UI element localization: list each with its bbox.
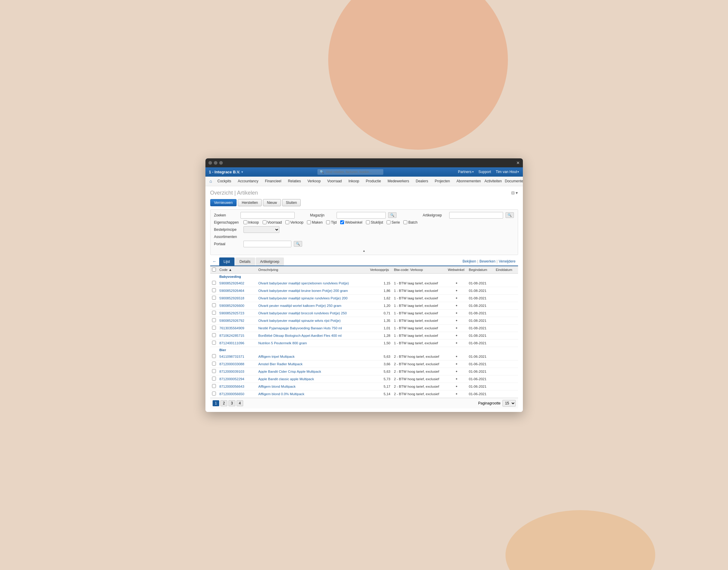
- voorraad-checkbox[interactable]: [263, 220, 266, 224]
- desc-link[interactable]: Olvarit baby/peuter maaltijd sperziebone…: [258, 281, 349, 285]
- desc-link[interactable]: Olvarit baby/peuter maaltijd broccoli ru…: [258, 311, 347, 315]
- page-1-button[interactable]: 1: [213, 400, 220, 406]
- row-checkbox[interactable]: [212, 318, 216, 322]
- webwinkel-checkbox[interactable]: [340, 220, 344, 224]
- code-link[interactable]: 5900852926402: [220, 281, 244, 285]
- desc-link[interactable]: BonBébé Diksap Biologisch Appel Aardbei …: [258, 334, 342, 337]
- desc-link[interactable]: Amstel Bier Radler Multipack: [258, 362, 303, 366]
- navbar-item-abonnementen[interactable]: Abonnementen: [453, 177, 484, 185]
- row-checkbox[interactable]: [212, 391, 216, 395]
- page-4-button[interactable]: 4: [237, 400, 243, 406]
- navbar-item-productie[interactable]: Productie: [363, 177, 384, 185]
- row-checkbox[interactable]: [212, 369, 216, 373]
- row-checkbox[interactable]: [212, 333, 216, 337]
- global-search[interactable]: 🔍: [317, 169, 383, 175]
- desc-link[interactable]: Affligem blond Multipack: [258, 385, 295, 388]
- code-link[interactable]: 8712000052294: [220, 377, 244, 381]
- row-checkbox[interactable]: [212, 326, 216, 330]
- desc-link[interactable]: Nestlé Pyjamapapje Babyvoeding Banaan Hu…: [258, 326, 342, 330]
- tab-lijst[interactable]: Lijst: [219, 257, 234, 266]
- nieuw-button[interactable]: Nieuw: [263, 199, 281, 206]
- tab-artikelgroep[interactable]: Artikelgroep: [256, 257, 284, 266]
- partners-menu[interactable]: Partners ▾: [458, 170, 473, 174]
- code-link[interactable]: 8710624285715: [220, 334, 244, 337]
- code-link[interactable]: 8712000039103: [220, 370, 244, 373]
- code-link[interactable]: 5900852926464: [220, 289, 244, 292]
- checkbox-verkoop[interactable]: Verkoop: [285, 220, 303, 225]
- navbar-item-accountancy[interactable]: Accountancy: [235, 177, 261, 185]
- portaal-input[interactable]: [243, 241, 291, 247]
- close-button[interactable]: ✕: [516, 161, 520, 165]
- portaal-search-button[interactable]: 🔍: [294, 241, 302, 247]
- desc-link[interactable]: Nutrilon 5 Peutermelk 800 gram: [258, 341, 307, 345]
- code-link[interactable]: 7613035564909: [220, 326, 244, 330]
- checkbox-tijd[interactable]: Tijd: [326, 220, 336, 225]
- checkbox-stuklijst[interactable]: Stuklijst: [366, 220, 383, 225]
- checkbox-voorraad[interactable]: Voorraad: [263, 220, 282, 225]
- support-link[interactable]: Support: [479, 170, 491, 174]
- zoeken-input[interactable]: [240, 212, 294, 219]
- sluiten-button[interactable]: Sluiten: [282, 199, 301, 206]
- tab-details[interactable]: Details: [235, 257, 255, 266]
- verkoop-checkbox[interactable]: [285, 220, 289, 224]
- navbar-item-relaties[interactable]: Relaties: [285, 177, 304, 185]
- select-all-checkbox[interactable]: [212, 268, 216, 272]
- desc-link[interactable]: Olvarit baby/peuter maaltijd spinazie wi…: [258, 319, 341, 322]
- checkbox-webwinkel[interactable]: Webwinkel: [340, 220, 362, 225]
- desc-link[interactable]: Olvarit baby/peuter maaltijd bruine bone…: [258, 289, 348, 292]
- tab-back-button[interactable]: ←: [210, 258, 219, 265]
- batch-checkbox[interactable]: [403, 220, 407, 224]
- row-checkbox[interactable]: [212, 281, 216, 285]
- filter-toggle-icon[interactable]: ⊟ ▾: [511, 191, 518, 195]
- maken-checkbox[interactable]: [307, 220, 311, 224]
- desc-link[interactable]: Affligem tripel Multipack: [258, 355, 295, 358]
- page-2-button[interactable]: 2: [220, 400, 227, 406]
- header-code[interactable]: Code ▲: [218, 266, 257, 273]
- page-size-select[interactable]: 15 25 50: [502, 400, 516, 406]
- code-link[interactable]: 8712000033088: [220, 362, 244, 366]
- bewerken-link[interactable]: Bewerken: [479, 259, 495, 263]
- navbar-item-voorraad[interactable]: Voorraad: [324, 177, 345, 185]
- search-input[interactable]: [326, 170, 380, 174]
- code-link[interactable]: 8712000056643: [220, 385, 244, 388]
- row-checkbox[interactable]: [212, 384, 216, 388]
- navbar-item-cockpits[interactable]: Cockpits: [214, 177, 234, 185]
- stuklijst-checkbox[interactable]: [366, 220, 370, 224]
- magazijn-search-button[interactable]: 🔍: [388, 212, 397, 218]
- code-link[interactable]: 5411098731571: [220, 355, 244, 358]
- code-link[interactable]: 5900852926600: [220, 304, 244, 307]
- code-link[interactable]: 5900852926792: [220, 319, 244, 322]
- tijd-checkbox[interactable]: [326, 220, 330, 224]
- row-checkbox[interactable]: [212, 311, 216, 315]
- serie-checkbox[interactable]: [387, 220, 391, 224]
- vernieuwen-button[interactable]: Vernieuwen: [210, 199, 237, 206]
- checkbox-maken[interactable]: Maken: [307, 220, 322, 225]
- desc-link[interactable]: Affligem blond 0.0% Multipack: [258, 392, 304, 396]
- home-button[interactable]: ⌂: [208, 179, 214, 184]
- desc-link[interactable]: Apple Bandit classic apple Multipack: [258, 377, 314, 381]
- code-link[interactable]: 5900852925723: [220, 311, 244, 315]
- navbar-item-projecten[interactable]: Projecten: [432, 177, 453, 185]
- artikelgroep-search-button[interactable]: 🔍: [505, 212, 514, 218]
- filter-collapse-icon[interactable]: ▲: [214, 249, 514, 252]
- navbar-item-financieel[interactable]: Financieel: [262, 177, 284, 185]
- verwijderen-link[interactable]: Verwijdere: [499, 259, 515, 263]
- desc-link[interactable]: Olvarit peuter maaltijd wortel kalkoen P…: [258, 304, 341, 307]
- row-checkbox[interactable]: [212, 376, 216, 380]
- row-checkbox[interactable]: [212, 362, 216, 365]
- artikelgroep-input[interactable]: [449, 212, 503, 219]
- navbar-item-inkoop[interactable]: Inkoop: [345, 177, 362, 185]
- row-checkbox[interactable]: [212, 341, 216, 345]
- navbar-item-dealers[interactable]: Dealers: [413, 177, 431, 185]
- bekijken-link[interactable]: Bekijken: [462, 259, 476, 263]
- checkbox-batch[interactable]: Batch: [403, 220, 418, 225]
- row-checkbox[interactable]: [212, 354, 216, 358]
- desc-link[interactable]: Apple Bandit Cider Crisp Apple Multipack: [258, 370, 321, 373]
- inkoop-checkbox[interactable]: [243, 220, 247, 224]
- herstellen-button[interactable]: Herstellen: [238, 199, 262, 206]
- row-checkbox[interactable]: [212, 303, 216, 307]
- row-checkbox[interactable]: [212, 296, 216, 300]
- code-link[interactable]: 8712400111096: [220, 341, 244, 345]
- page-3-button[interactable]: 3: [229, 400, 235, 406]
- user-menu[interactable]: Tim van Hout ▾: [496, 170, 519, 174]
